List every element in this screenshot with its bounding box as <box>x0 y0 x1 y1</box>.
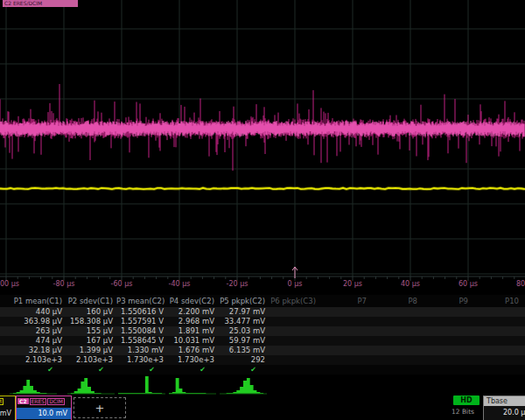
histicon-P3[interactable] <box>116 374 167 396</box>
channel-descriptor-c1[interactable]: C1 ERES DCIM 10.0 mV <box>0 396 16 420</box>
measure-min-P5: 25.03 mV <box>218 326 269 336</box>
measure-row-num: 2.103e+32.103e+31.730e+31.730e+3292 <box>0 355 525 365</box>
measure-max-P2: 167 µV <box>66 336 116 346</box>
measure-column-header-P2[interactable]: P2 sdev(C1) <box>66 295 116 307</box>
measure-mean-P5: 33.477 mV <box>218 317 269 326</box>
measure-min-P4: 1.891 mV <box>167 326 218 336</box>
time-tick-label: 40 µs <box>401 280 420 288</box>
measure-sdev-P5: 6.135 mV <box>218 346 269 355</box>
histicon-P9 <box>421 374 472 396</box>
histicon-P1[interactable] <box>0 374 66 396</box>
time-tick-label: -20 µs <box>227 280 248 288</box>
measure-sdev-P4: 1.676 mV <box>167 346 218 355</box>
measure-column-header-P10[interactable]: P10 <box>472 295 522 307</box>
measure-sdev-P10 <box>472 346 522 355</box>
measure-min-P7 <box>319 326 370 336</box>
measure-status-P2: ✔ <box>66 365 116 374</box>
measure-min-P3: 1.550084 V <box>116 326 167 336</box>
time-tick-label: 20 µs <box>343 280 362 288</box>
measure-max-P8 <box>370 336 421 346</box>
measure-sdev-P6 <box>269 346 319 355</box>
measure-status-P5: ✔ <box>218 365 269 374</box>
oscilloscope-screen: C2 ERES/DCIM -100 µs-80 µs-60 µs-40 µs-2… <box>0 0 525 420</box>
measure-max-P4: 10.031 mV <box>167 336 218 346</box>
measure-value-P3: 1.550616 V <box>116 307 167 317</box>
measure-num-P10 <box>472 355 522 365</box>
measure-num-P9 <box>421 355 472 365</box>
measure-max-P9 <box>421 336 472 346</box>
measure-value-P5: 27.97 mV <box>218 307 269 317</box>
measure-min-P6 <box>269 326 319 336</box>
measure-column-header-P8[interactable]: P8 <box>370 295 421 307</box>
measure-sdev-P8 <box>370 346 421 355</box>
measure-mean-P3: 1.557591 V <box>116 317 167 326</box>
measure-value-P9 <box>421 307 472 317</box>
c1-volts-per-div: 10.0 mV <box>0 408 15 419</box>
measure-sdev-P1: 32.18 µV <box>0 346 66 355</box>
measure-value-P7 <box>319 307 370 317</box>
measure-column-header-P3[interactable]: P3 mean(C2) <box>116 295 167 307</box>
histicon-P5[interactable] <box>218 374 269 396</box>
measure-status-P10 <box>472 365 522 374</box>
measure-num-P1: 2.103e+3 <box>0 355 66 365</box>
measure-min-P10 <box>472 326 522 336</box>
measure-min-P1: 263 µV <box>0 326 66 336</box>
measure-column-header-P4[interactable]: P4 sdev(C2) <box>167 295 218 307</box>
measure-status-P7 <box>319 365 370 374</box>
measure-num-P7 <box>319 355 370 365</box>
measure-mean-P10 <box>472 317 522 326</box>
trace-annotation-label: C2 ERES/DCIM <box>3 0 78 7</box>
channel-descriptor-c2[interactable]: C2 ERES DCIM 10.0 mV <box>16 396 72 420</box>
histicon-P2[interactable] <box>66 374 116 396</box>
histicon-P8 <box>370 374 421 396</box>
histicon-P7 <box>319 374 370 396</box>
measure-value-P10 <box>472 307 522 317</box>
histicon-P6 <box>269 374 319 396</box>
measure-mean-P8 <box>370 317 421 326</box>
measure-sdev-P7 <box>319 346 370 355</box>
measure-num-P3: 1.730e+3 <box>116 355 167 365</box>
timebase-descriptor[interactable]: Tbase 20.0 µs/div <box>483 396 525 420</box>
add-trace-button[interactable]: + <box>74 397 126 418</box>
c2-volts-per-div: 10.0 mV <box>17 408 71 419</box>
measure-column-header-P1[interactable]: P1 mean(C1) <box>0 295 66 307</box>
measure-mean-P2: 158.308 µV <box>66 317 116 326</box>
c2-eres-chip: ERES <box>30 398 47 405</box>
bit-resolution-label: 12 Bits <box>452 408 474 416</box>
measure-value-P8 <box>370 307 421 317</box>
plus-icon: + <box>95 402 105 415</box>
measure-value-P1: 440 µV <box>0 307 66 317</box>
measure-row-min: 263 µV155 µV1.550084 V1.891 mV25.03 mV <box>0 326 525 336</box>
waveform-plot-area[interactable] <box>0 0 525 294</box>
measure-min-P2: 155 µV <box>66 326 116 336</box>
time-tick-label: -80 µs <box>53 280 75 288</box>
measure-row-mean: 363.98 µV158.308 µV1.557591 V2.968 mV33.… <box>0 317 525 326</box>
measure-column-header-P6[interactable]: P6 pkpk(C3) <box>269 295 319 307</box>
measure-status-P6 <box>269 365 319 374</box>
measure-status-P4: ✔ <box>167 365 218 374</box>
measure-column-header-P9[interactable]: P9 <box>421 295 472 307</box>
measure-mean-P9 <box>421 317 472 326</box>
measure-mean-P4: 2.968 mV <box>167 317 218 326</box>
measure-column-header-P7[interactable]: P7 <box>319 295 370 307</box>
c2-dcim-chip: DCIM <box>47 398 65 405</box>
c2-tag: C2 <box>18 398 29 404</box>
measure-min-P8 <box>370 326 421 336</box>
measure-status-P8 <box>370 365 421 374</box>
measure-value-P6 <box>269 307 319 317</box>
histicon-P4[interactable] <box>167 374 218 396</box>
time-tick-label: -40 µs <box>169 280 191 288</box>
time-tick-label: 80 µs <box>516 280 525 288</box>
time-tick-label: 60 µs <box>458 280 478 288</box>
measure-max-P5: 59.97 mV <box>218 336 269 346</box>
time-tick-label: -60 µs <box>111 280 133 288</box>
measure-num-P5: 292 <box>218 355 269 365</box>
c1-trace[interactable] <box>0 188 525 189</box>
measure-num-P8 <box>370 355 421 365</box>
measure-column-header-P5[interactable]: P5 pkpk(C2) <box>218 295 269 307</box>
measure-table: P1 mean(C1)P2 sdev(C1)P3 mean(C2)P4 sdev… <box>0 295 525 396</box>
measure-sdev-P2: 1.399 µV <box>66 346 116 355</box>
measure-row-value: 440 µV160 µV1.550616 V2.200 mV27.97 mV <box>0 307 525 317</box>
measure-status-P1: ✔ <box>0 365 66 374</box>
time-tick-label: 0 µs <box>288 280 303 288</box>
